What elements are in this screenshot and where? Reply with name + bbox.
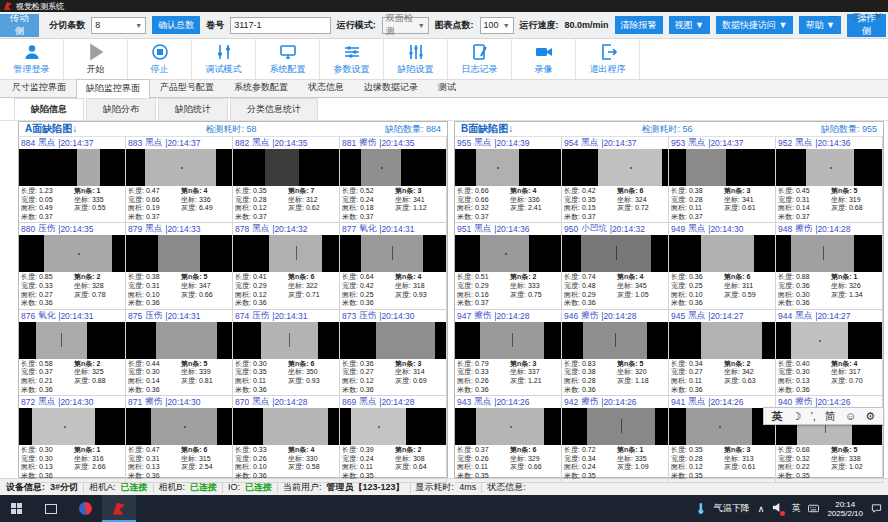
defect-image[interactable] (455, 235, 561, 272)
ime-punctuation-toggle[interactable]: ’, (810, 410, 816, 422)
tab-size-monitor[interactable]: 尺寸监控界面 (2, 78, 76, 97)
ime-english-toggle[interactable]: 英 (772, 409, 783, 424)
defect-image[interactable] (669, 322, 775, 359)
system-config-button[interactable]: 系统配置 (256, 39, 320, 79)
ime-fullwidth-moon-icon[interactable]: ☽ (792, 410, 802, 423)
defect-image[interactable] (126, 408, 232, 445)
exit-program-button[interactable]: 退出程序 (576, 39, 640, 79)
ime-emoji-icon[interactable]: ☺ (845, 410, 856, 422)
defect-cell[interactable]: 870 黑点 |20:14:28 长度: 0.33 宽度: 0.26 面积: 0… (233, 396, 340, 482)
defect-cell[interactable]: 882 黑点 |20:14:35 长度: 0.35 宽度: 0.28 面积: 0… (233, 137, 340, 223)
defect-cell[interactable]: 950 小凹坑 |20:14:32 长度: 0.74 宽度: 0.48 面积: … (562, 223, 669, 309)
defect-cell[interactable]: 872 黑点 |20:14:30 长度: 0.30 宽度: 0.30 面积: 0… (19, 396, 126, 482)
roll-number-input[interactable]: 3117-1 (230, 17, 330, 34)
defect-cell[interactable]: 874 压伤 |20:14:31 长度: 0.30 宽度: 0.35 面积: 0… (233, 310, 340, 396)
defect-settings-button[interactable]: 缺陷设置 (384, 39, 448, 79)
defect-image[interactable] (562, 322, 668, 359)
tray-expand-caret[interactable]: ∧ (758, 504, 765, 514)
defect-image[interactable] (233, 235, 339, 272)
slit-count-select[interactable]: 8▼ (91, 17, 146, 34)
record-video-button[interactable]: 录像 (512, 39, 576, 79)
defect-image[interactable] (340, 149, 446, 186)
defect-cell[interactable]: 952 黑点 |20:14:36 长度: 0.45 宽度: 0.31 面积: 0… (776, 137, 883, 223)
data-quick-access-menu-button[interactable]: 数据快捷访问 ▼ (716, 16, 793, 34)
defect-cell[interactable]: 880 压伤 |20:14:35 长度: 0.85 宽度: 0.33 面积: 0… (19, 223, 126, 309)
defect-cell[interactable]: 873 压伤 |20:14:30 长度: 0.36 宽度: 0.27 面积: 0… (340, 310, 447, 396)
defect-cell[interactable]: 877 氧化 |20:14:31 长度: 0.64 宽度: 0.42 面积: 0… (340, 223, 447, 309)
defect-cell[interactable]: 941 黑点 |20:14:26 长度: 0.35 宽度: 0.28 面积: 0… (669, 396, 776, 482)
tab-system-param-config[interactable]: 系统参数配置 (224, 78, 298, 97)
drive-side-button[interactable]: 传动侧 (0, 14, 39, 37)
task-view-button[interactable] (34, 495, 68, 522)
defect-image[interactable] (126, 149, 232, 186)
maximize-button[interactable]: ▢ (852, 11, 861, 21)
ime-settings-gear-icon[interactable]: ⚙ (865, 410, 875, 423)
defect-cell[interactable]: 948 擦伤 |20:14:28 长度: 0.88 宽度: 0.36 面积: 0… (776, 223, 883, 309)
defect-image[interactable] (19, 322, 125, 359)
defect-cell[interactable]: 878 黑点 |20:14:32 长度: 0.41 宽度: 0.29 面积: 0… (233, 223, 340, 309)
defect-cell[interactable]: 945 黑点 |20:14:27 长度: 0.34 宽度: 0.27 面积: 0… (669, 310, 776, 396)
run-mode-select[interactable]: 双面检测▼ (382, 17, 429, 34)
defect-cell[interactable]: 869 黑点 |20:14:28 长度: 0.39 宽度: 0.24 面积: 0… (340, 396, 447, 482)
log-record-button[interactable]: 日志记录 (448, 39, 512, 79)
view-menu-button[interactable]: 视图 ▼ (669, 16, 710, 34)
subtab-defect-info[interactable]: 缺陷信息 (14, 98, 84, 120)
minimize-button[interactable]: — (829, 11, 838, 21)
tab-edge-data-record[interactable]: 边缘数据记录 (354, 78, 428, 97)
defect-cell[interactable]: 883 黑点 |20:14:37 长度: 0.47 宽度: 0.66 面积: 0… (126, 137, 233, 223)
defect-cell[interactable]: 946 擦伤 |20:14:28 长度: 0.83 宽度: 0.38 面积: 0… (562, 310, 669, 396)
subtab-class-info-statistics[interactable]: 分类信息统计 (230, 98, 318, 120)
parameter-settings-button[interactable]: 参数设置 (320, 39, 384, 79)
ime-language-indicator[interactable]: 英 (791, 502, 800, 515)
chart-points-select[interactable]: 100▼ (480, 17, 514, 34)
defect-cell[interactable]: 942 擦伤 |20:14:26 长度: 0.72 宽度: 0.34 面积: 0… (562, 396, 669, 482)
clear-alarm-button[interactable]: 清除报警 (615, 16, 663, 34)
tab-product-model-config[interactable]: 产品型号配置 (150, 78, 224, 97)
tab-defect-monitor[interactable]: 缺陷监控界面 (76, 79, 150, 98)
confirm-total-button[interactable]: 确认总数 (152, 16, 200, 34)
subtab-defect-distribution[interactable]: 缺陷分布 (86, 98, 156, 120)
defect-image[interactable] (562, 149, 668, 186)
defect-cell[interactable]: 881 擦伤 |20:14:35 长度: 0.52 宽度: 0.24 面积: 0… (340, 137, 447, 223)
defect-cell[interactable]: 875 压伤 |20:14:31 长度: 0.44 宽度: 0.30 面积: 0… (126, 310, 233, 396)
defect-image[interactable] (562, 235, 668, 272)
defect-image[interactable] (455, 322, 561, 359)
taskbar-app-1[interactable] (68, 495, 102, 522)
defect-image[interactable] (233, 149, 339, 186)
volume-icon[interactable] (772, 502, 783, 515)
defect-cell[interactable]: 947 擦伤 |20:14:28 长度: 0.79 宽度: 0.33 面积: 0… (455, 310, 562, 396)
defect-image[interactable] (126, 322, 232, 359)
defect-cell[interactable]: 876 氧化 |20:14:31 长度: 0.58 宽度: 0.37 面积: 0… (19, 310, 126, 396)
defect-image[interactable] (562, 408, 668, 445)
debug-mode-button[interactable]: 调试模式 (192, 39, 256, 79)
stop-button[interactable]: 停止 (128, 39, 192, 79)
defect-cell[interactable]: 871 擦伤 |20:14:30 长度: 0.47 宽度: 0.31 面积: 0… (126, 396, 233, 482)
defect-cell[interactable]: 954 黑点 |20:14:37 长度: 0.42 宽度: 0.35 面积: 0… (562, 137, 669, 223)
tab-test[interactable]: 测试 (428, 78, 466, 97)
defect-image[interactable] (776, 235, 882, 272)
defect-image[interactable] (233, 408, 339, 445)
defect-image[interactable] (669, 408, 775, 445)
subtab-defect-statistics[interactable]: 缺陷统计 (158, 98, 228, 120)
defect-cell[interactable]: 884 黑点 |20:14:37 长度: 1.23 宽度: 0.05 面积: 0… (19, 137, 126, 223)
defect-image[interactable] (340, 235, 446, 272)
defect-image[interactable] (19, 149, 125, 186)
admin-login-button[interactable]: 管理登录 (0, 39, 64, 79)
defect-image[interactable] (340, 408, 446, 445)
taskbar-clock[interactable]: 20:14 2025/2/10 (827, 500, 863, 518)
defect-image[interactable] (669, 235, 775, 272)
taskbar-app-inspection[interactable] (102, 495, 136, 522)
start-button[interactable]: 开始 (64, 39, 128, 79)
defect-cell[interactable]: 943 黑点 |20:14:26 长度: 0.37 宽度: 0.26 面积: 0… (455, 396, 562, 482)
defect-cell[interactable]: 879 黑点 |20:14:33 长度: 0.38 宽度: 0.31 面积: 0… (126, 223, 233, 309)
defect-cell[interactable]: 949 黑点 |20:14:30 长度: 0.36 宽度: 0.25 面积: 0… (669, 223, 776, 309)
defect-image[interactable] (669, 149, 775, 186)
defect-image[interactable] (776, 322, 882, 359)
tab-status-info[interactable]: 状态信息 (298, 78, 354, 97)
defect-image[interactable] (776, 149, 882, 186)
weather-text[interactable]: 气温下降 (714, 502, 750, 515)
defect-image[interactable] (233, 322, 339, 359)
ime-simplified-toggle[interactable]: 简 (825, 409, 836, 424)
close-button[interactable]: ✕ (874, 11, 882, 21)
defect-image[interactable] (19, 235, 125, 272)
